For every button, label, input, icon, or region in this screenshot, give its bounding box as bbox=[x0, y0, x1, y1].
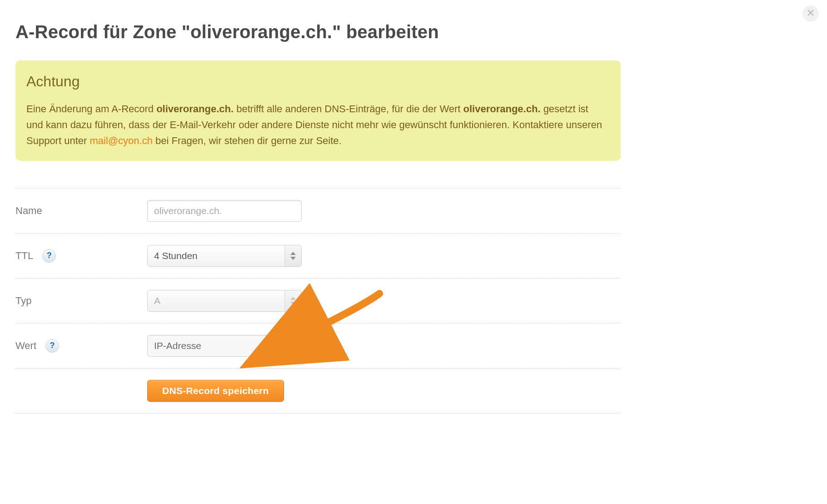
chevron-down-icon bbox=[290, 302, 296, 305]
warning-alert: Achtung Eine Änderung am A-Record oliver… bbox=[15, 60, 621, 161]
alert-text: Eine Änderung am A-Record bbox=[26, 103, 156, 115]
alert-body: Eine Änderung am A-Record oliverorange.c… bbox=[26, 101, 607, 149]
form-row-actions: DNS-Record speichern bbox=[15, 368, 621, 414]
help-icon[interactable]: ? bbox=[45, 339, 59, 353]
chevron-up-icon bbox=[290, 297, 296, 300]
form-row-name: Name bbox=[15, 188, 621, 233]
alert-text: bei Fragen, wir stehen dir gerne zur Sei… bbox=[153, 135, 342, 146]
ttl-label: TTL bbox=[15, 250, 33, 262]
name-input[interactable] bbox=[147, 200, 302, 222]
alert-text: betrifft alle anderen DNS-Einträge, für … bbox=[234, 103, 463, 115]
chevron-up-icon bbox=[290, 252, 296, 255]
save-button[interactable]: DNS-Record speichern bbox=[147, 380, 284, 402]
chevron-down-icon bbox=[290, 257, 296, 260]
wert-label: Wert bbox=[15, 340, 36, 352]
alert-domain-bold: oliverorange.ch. bbox=[463, 103, 541, 115]
form-row-wert: Wert ? bbox=[15, 323, 621, 368]
help-icon[interactable]: ? bbox=[42, 249, 56, 263]
typ-selected-value: A bbox=[154, 295, 160, 306]
name-label: Name bbox=[15, 205, 42, 217]
form-row-typ: Typ A bbox=[15, 278, 621, 323]
close-button[interactable] bbox=[802, 5, 819, 22]
edit-dns-record-modal: A-Record für Zone "oliverorange.ch." bea… bbox=[0, 5, 636, 427]
modal-title: A-Record für Zone "oliverorange.ch." bea… bbox=[15, 22, 621, 42]
ttl-selected-value: 4 Stunden bbox=[154, 250, 198, 261]
stepper-icon bbox=[284, 245, 301, 266]
typ-select: A bbox=[147, 290, 302, 312]
alert-domain-bold: oliverorange.ch. bbox=[156, 103, 234, 115]
typ-label: Typ bbox=[15, 295, 31, 307]
wert-input[interactable] bbox=[147, 335, 302, 357]
stepper-icon bbox=[284, 290, 301, 311]
close-icon bbox=[807, 9, 815, 19]
alert-heading: Achtung bbox=[26, 73, 607, 90]
ttl-select[interactable]: 4 Stunden bbox=[147, 245, 302, 267]
form-row-ttl: TTL ? 4 Stunden bbox=[15, 233, 621, 278]
support-email-link[interactable]: mail@cyon.ch bbox=[90, 135, 153, 146]
